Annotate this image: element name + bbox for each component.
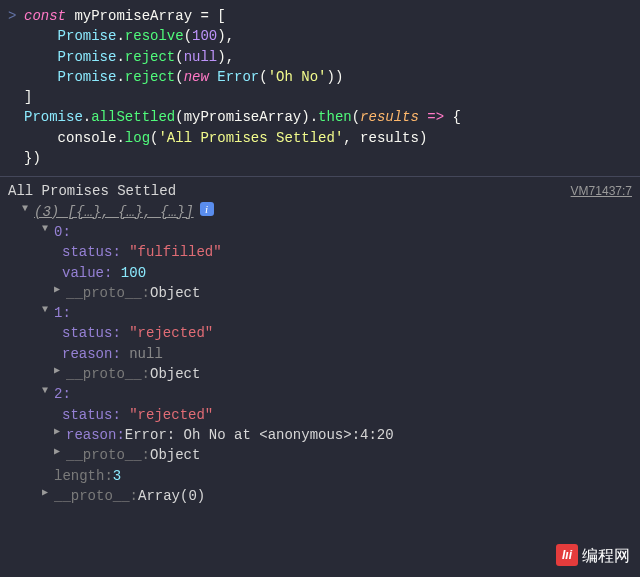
fn-allsettled: allSettled [91,109,175,125]
num-100: 100 [192,28,217,44]
param-results: results [360,109,419,125]
close: ) [327,69,335,85]
comma: , [343,130,360,146]
prop-key: value: [62,263,112,283]
open: ( [259,69,267,85]
prop-key: status: [62,323,121,343]
disclosure-down-icon[interactable] [42,384,52,399]
close: ), [217,28,234,44]
object-index-row[interactable]: 2: [8,384,632,404]
object-property-row[interactable]: reason: Error: Oh No at <anonymous>:4:20 [8,425,632,445]
watermark: lıi 编程网 [556,544,630,567]
prop-value: 100 [121,263,146,283]
kw-const: const [24,8,66,24]
console-input-block: > const myPromiseArray = [ Promise.resol… [0,6,640,174]
disclosure-right-icon[interactable] [54,425,64,440]
prop-key: reason: [66,425,125,445]
index-key: 2: [54,384,71,404]
fn-then: then [318,109,352,125]
proto-row[interactable]: __proto__: Object [8,283,632,303]
index-key: 0: [54,222,71,242]
pad [24,69,58,85]
source-link[interactable]: VM71437:7 [571,183,632,200]
prop-key: reason: [62,344,121,364]
open: ( [352,109,360,125]
disclosure-down-icon[interactable] [42,222,52,237]
pad [24,130,58,146]
open: ( [184,28,192,44]
str: 'All Promises Settled' [158,130,343,146]
close: ), [217,49,234,65]
console-obj: console [58,130,117,146]
console-log-block: All Promises Settled VM71437:7 (3) [{…},… [0,181,640,506]
proto-value: Array(0) [138,486,205,506]
close-brace: }) [24,150,41,166]
dot: . [116,69,124,85]
fn-resolve: resolve [125,28,184,44]
prop-value: Error: Oh No at <anonymous>:4:20 [125,425,394,445]
prop-value: "rejected" [129,405,213,425]
open: ( [175,49,183,65]
watermark-text: 编程网 [582,544,630,567]
close: ). [301,109,318,125]
proto-value: Object [150,445,200,465]
proto-value: Object [150,364,200,384]
length-row: length: 3 [8,466,632,486]
disclosure-down-icon[interactable] [42,303,52,318]
dot: . [116,28,124,44]
fn-reject: reject [125,69,175,85]
class-error: Error [217,69,259,85]
arg: myPromiseArray [184,109,302,125]
close: ) [419,130,427,146]
object-property-row: value: 100 [8,263,632,283]
proto-key: __proto__: [54,486,138,506]
info-icon[interactable]: i [200,202,214,216]
proto-key: __proto__: [66,364,150,384]
prop-key: status: [62,242,121,262]
proto-value: Object [150,283,200,303]
object-index-row[interactable]: 1: [8,303,632,323]
null: null [184,49,218,65]
object-property-row: status: "fulfilled" [8,242,632,262]
proto-row[interactable]: __proto__: Object [8,364,632,384]
prop-value: null [129,344,163,364]
disclosure-down-icon[interactable] [22,202,32,217]
proto-row[interactable]: __proto__: Array(0) [8,486,632,506]
log-message: All Promises Settled [8,181,176,201]
dot: . [116,49,124,65]
class-promise: Promise [24,109,83,125]
class-promise: Promise [58,49,117,65]
dot: . [83,109,91,125]
prop-key: status: [62,405,121,425]
length-key: length: [54,466,113,486]
index-key: 1: [54,303,71,323]
object-property-row: status: "rejected" [8,405,632,425]
open: ( [175,109,183,125]
length-value: 3 [113,466,121,486]
disclosure-right-icon[interactable] [54,283,64,298]
proto-key: __proto__: [66,283,150,303]
input-chevron-icon: > [8,6,24,168]
watermark-logo-icon: lıi [556,544,578,566]
proto-row[interactable]: __proto__: Object [8,445,632,465]
class-promise: Promise [58,69,117,85]
object-index-row[interactable]: 0: [8,222,632,242]
code-source[interactable]: const myPromiseArray = [ Promise.resolve… [24,6,461,168]
disclosure-right-icon[interactable] [54,445,64,460]
array-preview: (3) [{…}, {…}, {…}] [34,202,194,222]
var-name: myPromiseArray [66,8,200,24]
array-summary-row[interactable]: (3) [{…}, {…}, {…}] i [8,202,632,222]
class-promise: Promise [58,28,117,44]
arg: results [360,130,419,146]
close-bracket: ] [24,89,32,105]
prop-value: "fulfilled" [129,242,221,262]
arrow: => [419,109,453,125]
log-header-row: All Promises Settled VM71437:7 [8,181,632,201]
pad [24,28,58,44]
disclosure-right-icon[interactable] [54,364,64,379]
disclosure-right-icon[interactable] [42,486,52,501]
object-property-row: status: "rejected" [8,323,632,343]
str-ohno: 'Oh No' [268,69,327,85]
object-property-row: reason: null [8,344,632,364]
fn-log: log [125,130,150,146]
